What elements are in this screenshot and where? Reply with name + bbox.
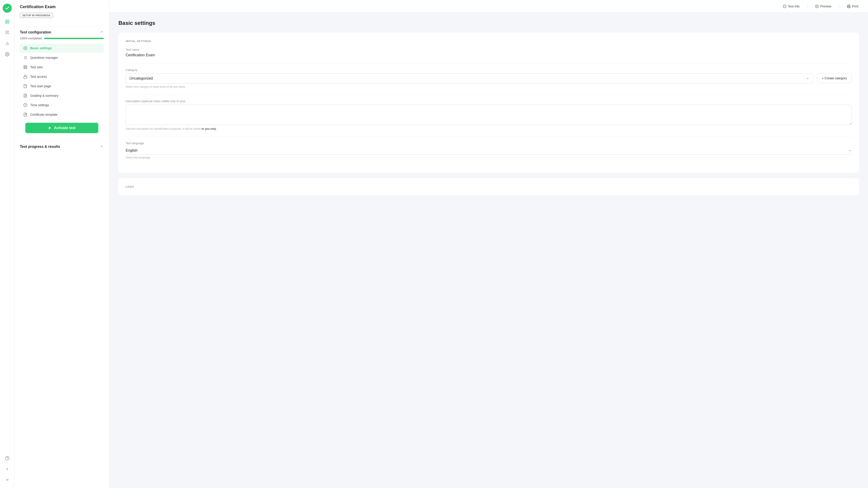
sidebar-item-test-sets[interactable]: Test sets [20, 63, 104, 72]
basic-settings-icon [23, 46, 28, 51]
progress-bar-track [44, 38, 104, 39]
sidebar-item-label-test-sets: Test sets [30, 65, 43, 69]
sidebar-item-label-questions-manager: Questions manager [30, 56, 58, 59]
svg-rect-3 [7, 22, 9, 24]
content-area: Basic settings INITIAL SETTINGS Test nam… [110, 13, 868, 488]
nav-analytics-icon[interactable] [3, 39, 12, 48]
svg-rect-0 [5, 20, 7, 22]
svg-rect-2 [5, 22, 7, 24]
svg-point-16 [25, 59, 25, 59]
nav-expand-icon[interactable] [3, 475, 12, 484]
create-category-label: + Create category [822, 77, 847, 80]
questions-manager-icon [23, 55, 28, 60]
sidebar-item-certificate-template[interactable]: Certificate template [20, 110, 104, 119]
create-category-button[interactable]: + Create category [817, 73, 852, 83]
test-access-icon [23, 74, 28, 79]
sidebar-item-label-test-access: Test access [30, 75, 47, 79]
icon-nav [0, 0, 14, 488]
svg-rect-20 [24, 68, 25, 69]
sidebar-item-grading-summary[interactable]: Grading & summary [20, 91, 104, 100]
sidebar-item-basic-settings[interactable]: Basic settings [20, 43, 104, 53]
category-field-group: Category Uncategorized + Create category… [126, 68, 852, 88]
test-sets-icon [23, 65, 28, 69]
sidebar-item-label-certificate-template: Certificate template [30, 113, 58, 116]
sidebar-item-questions-manager[interactable]: Questions manager [20, 53, 104, 62]
config-title: Test configuration [20, 30, 51, 34]
initial-settings-label: INITIAL SETTINGS [126, 40, 852, 42]
progress-row: 100% completed [20, 37, 104, 40]
test-name-field-group: Test name Certification Exam [126, 48, 852, 57]
preview-label: Preview [820, 4, 831, 8]
svg-rect-18 [24, 65, 25, 67]
svg-rect-1 [7, 20, 9, 22]
activate-test-button[interactable]: Activate test [25, 123, 98, 133]
sidebar: Certification Exam SETUP IN PROGRESS Tes… [14, 0, 110, 488]
logo-section-label: LOGO [126, 185, 852, 188]
config-section: Test configuration 100% completed Basic … [14, 26, 109, 140]
field-divider-2 [126, 95, 852, 95]
grading-summary-icon [23, 93, 28, 98]
page-title: Certification Exam [20, 4, 104, 9]
nav-dashboard-icon[interactable] [3, 17, 12, 26]
sidebar-item-test-access[interactable]: Test access [20, 72, 104, 81]
progress-bar-fill [44, 38, 104, 39]
test-progress-section: Test progress & results [14, 141, 109, 153]
print-button[interactable]: Print [845, 3, 861, 9]
svg-marker-32 [817, 6, 817, 7]
category-dropdown[interactable]: Uncategorized [126, 73, 813, 83]
main-section-title: Basic settings [119, 20, 859, 26]
test-start-page-icon [23, 84, 28, 88]
description-hint-bold: to you only. [202, 127, 217, 130]
language-label: Test language [126, 142, 852, 145]
nav-help-icon[interactable] [3, 454, 12, 463]
description-hint: Add test description for identification … [126, 127, 852, 130]
svg-point-8 [6, 54, 8, 55]
test-progress-chevron-icon[interactable] [100, 144, 104, 149]
test-progress-header: Test progress & results [20, 144, 104, 149]
test-info-label: Test info [788, 4, 800, 8]
initial-settings-card: INITIAL SETTINGS Test name Certification… [119, 33, 859, 173]
language-value: English [126, 149, 137, 153]
svg-marker-27 [49, 127, 51, 129]
svg-point-13 [25, 57, 25, 58]
config-collapse-icon[interactable] [100, 30, 104, 35]
svg-rect-21 [26, 68, 27, 69]
nav-back-icon[interactable] [3, 464, 12, 474]
sidebar-item-time-settings[interactable]: Time settings [20, 100, 104, 110]
svg-point-12 [25, 56, 25, 57]
preview-button[interactable]: Preview [813, 3, 834, 9]
config-header: Test configuration [20, 30, 104, 35]
language-dropdown[interactable]: English [126, 147, 852, 155]
language-hint: Select test language. [126, 156, 852, 159]
test-info-button[interactable]: Test info [780, 3, 802, 9]
top-bar-divider-2 [839, 4, 839, 8]
app-logo[interactable] [3, 4, 12, 13]
test-progress-title: Test progress & results [20, 145, 60, 149]
sidebar-item-label-time-settings: Time settings [30, 103, 49, 107]
main-content: Test info Preview Print Basic settings I… [110, 0, 868, 488]
activate-btn-label: Activate test [54, 126, 75, 130]
svg-point-11 [25, 48, 26, 49]
description-field-group: Description (optional notes visible only… [126, 99, 852, 130]
category-hint: Select test category to keep track of al… [126, 85, 852, 88]
description-hint-text: Add test description for identification … [126, 127, 201, 130]
svg-rect-33 [848, 6, 850, 8]
sidebar-header: Certification Exam SETUP IN PROGRESS [14, 0, 109, 26]
sidebar-item-test-start-page[interactable]: Test start page [20, 82, 104, 91]
print-label: Print [852, 4, 859, 8]
test-name-label: Test name [126, 48, 852, 51]
nav-users-icon[interactable] [3, 28, 12, 37]
category-label: Category [126, 68, 852, 72]
setup-badge: SETUP IN PROGRESS [20, 13, 53, 18]
sidebar-item-label-test-start-page: Test start page [30, 84, 51, 88]
certificate-template-icon [23, 112, 28, 117]
test-name-value: Certification Exam [126, 53, 852, 57]
top-bar: Test info Preview Print [110, 0, 868, 13]
nav-settings-icon[interactable] [3, 50, 12, 59]
category-value: Uncategorized [129, 77, 153, 81]
progress-label: 100% completed [20, 37, 42, 40]
category-row: Uncategorized + Create category [126, 73, 852, 83]
svg-point-4 [6, 31, 7, 33]
time-settings-icon [23, 103, 28, 108]
description-textarea[interactable] [126, 105, 852, 125]
